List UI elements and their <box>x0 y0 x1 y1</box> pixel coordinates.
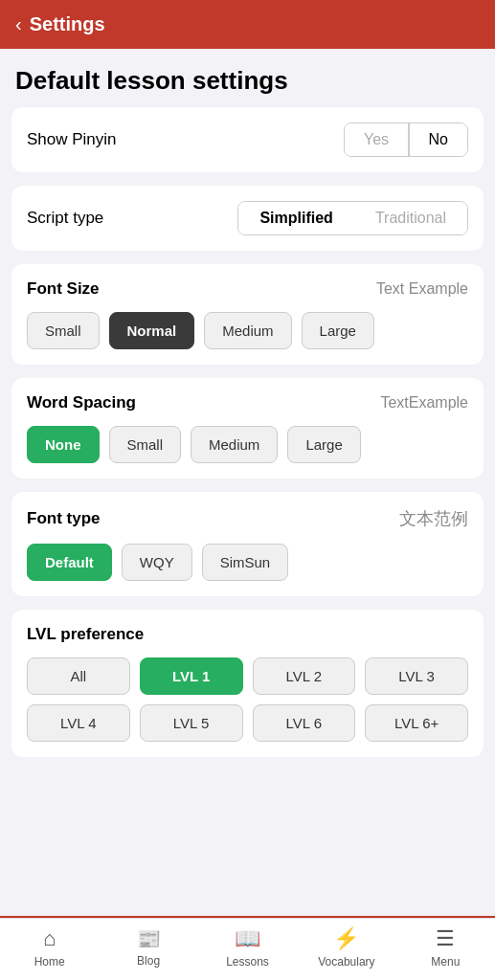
font-type-example: 文本范例 <box>399 507 468 530</box>
font-size-normal[interactable]: Normal <box>109 312 195 349</box>
page-title: Default lesson settings <box>0 49 495 107</box>
font-size-large[interactable]: Large <box>302 312 374 349</box>
menu-icon: ☰ <box>436 926 455 951</box>
script-type-card: Script type Simplified Traditional <box>11 186 484 251</box>
lvl-all[interactable]: All <box>27 657 130 695</box>
pinyin-no-button[interactable]: No <box>410 123 467 156</box>
font-type-simsun[interactable]: SimSun <box>202 544 289 581</box>
font-size-example: Text Example <box>376 280 468 298</box>
font-type-options: Default WQY SimSun <box>27 544 468 581</box>
nav-menu[interactable]: ☰ Menu <box>396 926 495 969</box>
nav-vocabulary-label: Vocabulary <box>318 955 374 969</box>
lvl-6plus[interactable]: LVL 6+ <box>365 704 468 742</box>
traditional-button[interactable]: Traditional <box>354 202 467 234</box>
font-type-wqy[interactable]: WQY <box>122 544 192 581</box>
show-pinyin-label: Show Pinyin <box>27 130 117 149</box>
font-size-small[interactable]: Small <box>27 312 100 349</box>
nav-lessons[interactable]: 📖 Lessons <box>198 926 297 969</box>
nav-home[interactable]: ⌂ Home <box>0 926 99 969</box>
lvl-1[interactable]: LVL 1 <box>140 657 243 695</box>
lvl-preference-title: LVL preference <box>27 625 144 644</box>
font-type-card: Font type 文本范例 Default WQY SimSun <box>11 492 484 596</box>
lvl-3[interactable]: LVL 3 <box>365 657 468 695</box>
nav-lessons-label: Lessons <box>226 955 269 969</box>
simplified-button[interactable]: Simplified <box>238 202 353 234</box>
nav-blog-label: Blog <box>137 954 160 968</box>
vocabulary-icon: ⚡ <box>333 926 359 951</box>
back-button[interactable]: ‹ <box>15 13 22 35</box>
home-icon: ⌂ <box>43 926 56 951</box>
font-size-options: Small Normal Medium Large <box>27 312 468 349</box>
bottom-nav: ⌂ Home 📰 Blog 📖 Lessons ⚡ Vocabulary ☰ M… <box>0 918 495 980</box>
word-spacing-options: None Small Medium Large <box>27 426 468 463</box>
word-spacing-medium[interactable]: Medium <box>191 426 278 463</box>
script-type-toggle: Simplified Traditional <box>237 201 468 235</box>
word-spacing-small[interactable]: Small <box>109 426 182 463</box>
pinyin-yes-button[interactable]: Yes <box>345 123 408 156</box>
nav-menu-label: Menu <box>431 955 460 969</box>
show-pinyin-card: Show Pinyin Yes No <box>11 107 484 172</box>
lvl-4[interactable]: LVL 4 <box>27 704 130 742</box>
lvl-2[interactable]: LVL 2 <box>253 657 356 695</box>
script-type-label: Script type <box>27 209 103 228</box>
font-size-medium[interactable]: Medium <box>204 312 291 349</box>
word-spacing-title: Word Spacing <box>27 393 136 412</box>
lvl-5[interactable]: LVL 5 <box>140 704 243 742</box>
nav-blog[interactable]: 📰 Blog <box>99 927 197 968</box>
nav-home-label: Home <box>34 955 65 969</box>
word-spacing-none[interactable]: None <box>27 426 100 463</box>
font-type-default[interactable]: Default <box>27 544 112 581</box>
word-spacing-card: Word Spacing TextExample None Small Medi… <box>11 378 484 479</box>
font-type-title: Font type <box>27 509 101 528</box>
lessons-icon: 📖 <box>235 926 260 951</box>
lvl-6[interactable]: LVL 6 <box>253 704 356 742</box>
app-header: ‹ Settings <box>0 0 495 49</box>
nav-vocabulary[interactable]: ⚡ Vocabulary <box>297 926 395 969</box>
blog-icon: 📰 <box>137 927 161 950</box>
header-title: Settings <box>30 13 105 35</box>
word-spacing-large[interactable]: Large <box>287 426 360 463</box>
font-size-title: Font Size <box>27 279 100 299</box>
word-spacing-example: TextExample <box>380 394 468 412</box>
lvl-preference-card: LVL preference All LVL 1 LVL 2 LVL 3 LVL… <box>11 610 484 757</box>
show-pinyin-toggle: Yes No <box>344 122 468 157</box>
lvl-grid: All LVL 1 LVL 2 LVL 3 LVL 4 LVL 5 LVL 6 … <box>27 657 468 742</box>
font-size-card: Font Size Text Example Small Normal Medi… <box>11 264 484 365</box>
